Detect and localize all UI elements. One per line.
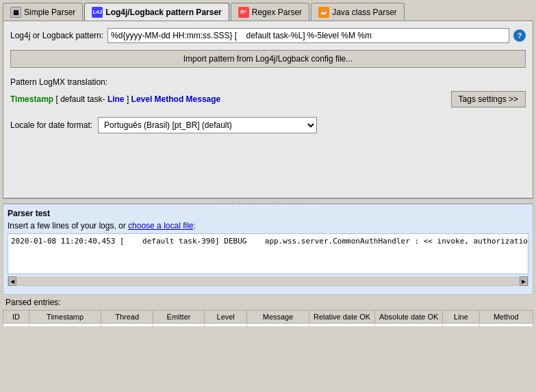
- col-absolute-date: Absolute date OK: [375, 311, 443, 324]
- parser-test-section: Parser test Insert a few lines of your l…: [3, 204, 533, 295]
- hint-suffix: :: [193, 221, 195, 231]
- parsed-entries-title: Parsed entries:: [3, 295, 533, 310]
- locale-row: Locale for date format: Português (Brasi…: [10, 117, 526, 133]
- translation-method: Method: [155, 94, 184, 104]
- parsed-entries-table: ID Timestamp Thread Emitter Level Messag…: [3, 310, 533, 327]
- tab-regex[interactable]: R* Regex Parser: [231, 3, 309, 21]
- log4j-icon: L4J: [92, 7, 103, 18]
- simple-icon: ▦: [10, 7, 21, 18]
- translation-bracket-open: [ default task-: [55, 94, 105, 104]
- pattern-input[interactable]: [107, 28, 509, 43]
- parsed-entries-section: Parsed entries: ID Timestamp Thread Emit…: [3, 295, 533, 327]
- locale-select[interactable]: Português (Brasil) [pt_BR] (default): [98, 117, 317, 133]
- translation-label: Pattern LogMX translation:: [10, 77, 526, 87]
- table-header-row: ID Timestamp Thread Emitter Level Messag…: [3, 311, 533, 324]
- tab-java-label: Java class Parser: [332, 8, 397, 17]
- parser-test-hint: Insert a few lines of your logs, or choo…: [8, 221, 528, 231]
- help-button[interactable]: ?: [513, 29, 526, 42]
- tab-log4j-label: Log4j/Logback pattern Parser: [105, 8, 221, 17]
- col-id: ID: [3, 311, 29, 324]
- resize-dots: · · · · · · · · · · · · · · · · ·: [220, 198, 316, 205]
- pattern-label: Log4j or Logback pattern:: [10, 31, 103, 40]
- tab-log4j[interactable]: L4J Log4j/Logback pattern Parser: [84, 3, 229, 21]
- translation-text: Timestamp [ default task- Line ] Level M…: [10, 94, 451, 104]
- tags-settings-button[interactable]: Tags settings >>: [451, 91, 526, 107]
- resize-handle[interactable]: · · · · · · · · · · · · · · · · ·: [3, 198, 533, 204]
- scroll-left-arrow[interactable]: ◀: [8, 276, 16, 286]
- locale-label: Locale for date format:: [10, 120, 92, 130]
- translation-timestamp: Timestamp: [10, 94, 53, 104]
- parser-test-title: Parser test: [8, 209, 528, 218]
- tab-regex-label: Regex Parser: [252, 8, 302, 17]
- translation-bracket-close: ]: [127, 94, 131, 104]
- col-message: Message: [247, 311, 309, 324]
- horizontal-scrollbar[interactable]: ◀ ▶: [8, 276, 528, 286]
- col-relative-date: Relative date OK: [309, 311, 374, 324]
- regex-icon: R*: [238, 7, 249, 18]
- col-method: Method: [479, 311, 533, 324]
- translation-area: Timestamp [ default task- Line ] Level M…: [10, 91, 526, 107]
- translation-level: Level: [131, 94, 153, 104]
- import-button[interactable]: Import pattern from Log4j/Logback config…: [10, 50, 526, 68]
- col-timestamp: Timestamp: [29, 311, 101, 324]
- translation-message: Message: [186, 94, 221, 104]
- scroll-right-arrow[interactable]: ▶: [520, 276, 528, 286]
- tabs-bar: ▦ Simple Parser L4J Log4j/Logback patter…: [0, 0, 536, 21]
- col-emitter: Emitter: [153, 311, 204, 324]
- main-content: Log4j or Logback pattern: ? Import patte…: [3, 21, 533, 198]
- tab-java[interactable]: ☕ Java class Parser: [311, 3, 405, 21]
- tab-simple-label: Simple Parser: [24, 8, 75, 17]
- pattern-row: Log4j or Logback pattern: ?: [10, 28, 526, 43]
- table-row: [3, 324, 533, 327]
- log-input[interactable]: [8, 233, 528, 274]
- col-level: Level: [205, 311, 247, 324]
- hint-prefix: Insert a few lines of your logs, or: [8, 221, 128, 231]
- java-icon: ☕: [318, 7, 329, 18]
- choose-file-link[interactable]: choose a local file: [128, 221, 193, 231]
- col-line: Line: [443, 311, 479, 324]
- translation-line: Line: [107, 94, 125, 104]
- col-thread: Thread: [101, 311, 153, 324]
- tab-simple[interactable]: ▦ Simple Parser: [3, 3, 83, 21]
